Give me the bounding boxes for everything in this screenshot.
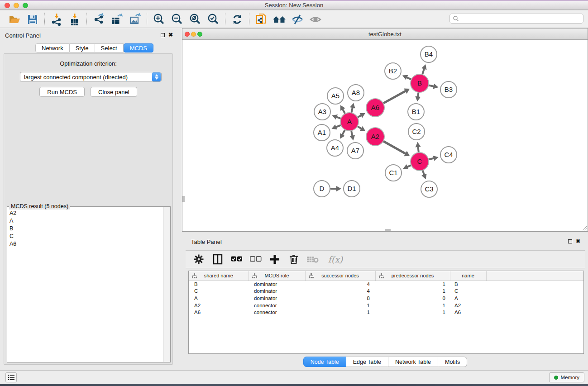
graph-node-C[interactable]: C	[411, 152, 429, 171]
edge-B-B3[interactable]	[429, 86, 433, 86]
export-table-icon[interactable]	[108, 12, 126, 27]
graph-node-B1[interactable]: B1	[408, 104, 424, 120]
graph-node-A[interactable]: A	[340, 113, 359, 131]
delete-columns-trash-icon[interactable]	[287, 253, 301, 266]
settings-gear-icon[interactable]	[192, 253, 206, 266]
edge-A-A7[interactable]	[351, 132, 352, 136]
network-canvas[interactable]: B4B2BB3A8A5A6A3B1AA1C2A2A4A7C4CC1C3DD1	[182, 40, 588, 231]
col-name[interactable]: name	[450, 271, 486, 281]
function-builder-icon[interactable]: f(x)	[325, 253, 346, 266]
mcds-result-item[interactable]: C	[7, 233, 170, 240]
task-history-button[interactable]	[5, 372, 17, 382]
horizontal-scroll-nub[interactable]	[385, 229, 391, 231]
graph-node-A8[interactable]: A8	[348, 85, 364, 101]
graph-node-A2[interactable]: A2	[366, 128, 384, 146]
edge-A-A1[interactable]	[336, 125, 340, 127]
duplicate-network-icon[interactable]	[252, 12, 270, 27]
edge-C-C4[interactable]	[429, 158, 433, 159]
select-all-icon[interactable]	[230, 253, 244, 266]
refresh-layout-icon[interactable]	[228, 12, 246, 27]
hide-eye-icon[interactable]	[288, 12, 306, 27]
show-columns-icon[interactable]	[211, 253, 225, 266]
graph-node-B4[interactable]: B4	[421, 46, 437, 62]
edge-C-C3[interactable]	[423, 171, 424, 175]
graph-node-A7[interactable]: A7	[347, 143, 363, 159]
add-column-icon[interactable]	[268, 253, 282, 266]
edge-A-A2[interactable]	[358, 127, 361, 129]
tab-node-table[interactable]: Node Table	[303, 357, 346, 367]
result-scrollbar[interactable]	[163, 207, 170, 362]
graph-node-A3[interactable]: A3	[314, 104, 330, 120]
minimize-window-button[interactable]	[14, 3, 19, 8]
home-networks-icon[interactable]	[270, 12, 288, 27]
run-mcds-button[interactable]: Run MCDS	[39, 87, 85, 97]
table-row[interactable]: A2connector11A2	[189, 302, 583, 310]
open-session-icon[interactable]	[5, 12, 24, 27]
resize-grip[interactable]	[582, 225, 587, 231]
memory-button[interactable]: Memory	[549, 372, 584, 382]
mcds-result-item[interactable]: B	[7, 225, 170, 233]
graph-node-A6[interactable]: A6	[366, 99, 384, 117]
zoom-selected-icon[interactable]	[204, 12, 222, 27]
col-mcds-role[interactable]: MCDS role	[249, 271, 305, 281]
maximize-window-button[interactable]	[23, 3, 28, 8]
table-row[interactable]: Cdominator41C	[189, 288, 583, 295]
edge-B-B4[interactable]	[423, 69, 424, 74]
edge-C-C2[interactable]	[418, 147, 419, 152]
import-network-icon[interactable]	[48, 12, 66, 27]
search-input[interactable]	[459, 14, 583, 23]
edge-A-A6[interactable]	[358, 115, 361, 117]
edge-A6-B[interactable]	[384, 91, 405, 103]
table-row[interactable]: Adominator80A	[189, 295, 583, 302]
edge-A-A3[interactable]	[337, 117, 340, 119]
graph-node-A4[interactable]: A4	[327, 140, 343, 156]
zoom-out-icon[interactable]	[168, 12, 186, 27]
tab-select[interactable]: Select	[95, 43, 124, 52]
mcds-result-item[interactable]: A	[7, 217, 170, 225]
zoom-fit-icon[interactable]	[186, 12, 204, 27]
close-panel-button[interactable]: Close panel	[91, 87, 137, 97]
edge-A2-C[interactable]	[384, 142, 405, 154]
table-row[interactable]: Bdominator41B	[189, 281, 583, 288]
float-panel-icon[interactable]	[161, 33, 165, 37]
graph-node-A5[interactable]: A5	[327, 88, 344, 104]
save-session-icon[interactable]	[24, 12, 42, 27]
deselect-all-icon[interactable]	[249, 253, 263, 266]
graph-node-C4[interactable]: C4	[440, 147, 457, 163]
delete-table-icon[interactable]	[306, 253, 320, 266]
close-table-panel-icon[interactable]: ✖	[576, 239, 580, 243]
graph-node-A1[interactable]: A1	[314, 124, 330, 141]
graph-node-C2[interactable]: C2	[408, 124, 425, 140]
close-window-button[interactable]	[5, 3, 10, 8]
graph-node-C1[interactable]: C1	[385, 165, 402, 181]
tab-network[interactable]: Network	[35, 43, 70, 52]
tab-edge-table[interactable]: Edge Table	[346, 357, 388, 367]
export-network-icon[interactable]	[90, 12, 108, 27]
graph-node-D[interactable]: D	[314, 181, 330, 197]
vertical-scroll-nub[interactable]	[182, 196, 185, 202]
graph-node-D1[interactable]: D1	[344, 181, 360, 197]
edge-A-A8[interactable]	[352, 108, 353, 112]
mcds-result-item[interactable]: A2	[7, 210, 170, 217]
edge-A-A4[interactable]	[342, 130, 344, 134]
graph-node-B[interactable]: B	[411, 74, 429, 92]
close-panel-icon[interactable]: ✖	[168, 33, 173, 37]
float-table-panel-icon[interactable]	[568, 239, 572, 243]
graph-node-C3[interactable]: C3	[421, 181, 437, 197]
graph-node-B3[interactable]: B3	[440, 81, 457, 98]
edge-B-B1[interactable]	[418, 93, 418, 96]
mcds-result-item[interactable]: A6	[7, 240, 170, 248]
graph-node-B2[interactable]: B2	[385, 63, 401, 79]
edge-B-B2[interactable]	[407, 77, 411, 79]
col-successor-nodes[interactable]: successor nodes	[305, 271, 375, 281]
import-table-icon[interactable]	[66, 12, 84, 27]
col-predecessor-nodes[interactable]: predecessor nodes	[375, 271, 450, 281]
zoom-in-icon[interactable]	[150, 12, 168, 27]
criterion-select[interactable]: largest connected component (directed)	[20, 72, 162, 82]
tab-style[interactable]: Style	[70, 43, 95, 52]
export-image-icon[interactable]	[126, 12, 144, 27]
table-row[interactable]: A6connector11A6	[189, 309, 583, 316]
tab-network-table[interactable]: Network Table	[388, 357, 438, 367]
network-window-titlebar[interactable]: testGlobe.txt	[182, 29, 588, 40]
tab-mcds[interactable]: MCDS	[124, 43, 153, 52]
